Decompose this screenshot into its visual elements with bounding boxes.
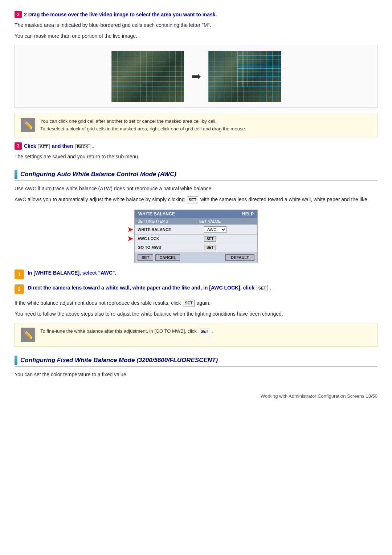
awc-step2-badge: 2: [15, 284, 24, 294]
awc-step2-text: Direct the camera lens toward a white wa…: [28, 284, 271, 292]
step3-back-button[interactable]: BACK: [75, 144, 90, 149]
row1-arrow-icon: ➤: [127, 226, 133, 234]
row2-arrow-icon: ➤: [127, 235, 133, 243]
arrow-icon: ➡: [191, 69, 201, 83]
info-icon-1: ✏️: [21, 118, 35, 132]
wb-row-white-balance: ➤ WHITE BALANCE AWC ATW MWB 3200K 5600K: [135, 224, 257, 234]
white-balance-select[interactable]: AWC ATW MWB 3200K 5600K: [204, 226, 226, 233]
awc-step1-text: In [WHITE BALANCE], select "AWC".: [28, 269, 116, 277]
section1-set-tag[interactable]: SET: [187, 197, 198, 204]
demo-image-box: ➡: [15, 45, 377, 108]
awc-body1: If the white balance adjustment does not…: [15, 299, 377, 307]
section1-bar: [15, 170, 17, 179]
step3-badge: 3: [15, 142, 22, 150]
info-icon-2: ✏️: [21, 328, 35, 342]
wb-table-header: WHITE BALANCE HELP: [135, 210, 257, 218]
section2-header: Configuring Fixed White Balance Mode (32…: [15, 356, 377, 367]
awc-lock-set-button[interactable]: SET: [204, 236, 216, 242]
info-box-2-text: To fine-tune the white balance after thi…: [40, 328, 213, 335]
awc-body2: You need to follow the above steps also …: [15, 310, 377, 318]
wb-row-awc-lock: ➤ AWC LOCK SET: [135, 234, 257, 243]
wb-col-header: SETTING ITEMS SET VALUE: [135, 218, 257, 224]
step3-body: The settings are saved and you return to…: [15, 153, 377, 161]
awc-step2: 2 Direct the camera lens toward a white …: [15, 284, 377, 294]
wb-default-button[interactable]: DEFAULT: [225, 254, 254, 261]
step3-header: 3 Click SET and then BACK .: [15, 142, 377, 150]
go-to-mwb-set-button[interactable]: SET: [204, 245, 216, 250]
step2-header: 2 2 Drag the mouse over the live video i…: [15, 11, 377, 18]
white-balance-table: WHITE BALANCE HELP SETTING ITEMS SET VAL…: [134, 210, 258, 263]
camera-view-after: [208, 51, 281, 102]
section1-title: Configuring Auto White Balance Control M…: [20, 171, 176, 178]
info2-set-tag[interactable]: SET: [199, 328, 210, 335]
info-box-1: ✏️ You can click one grid cell after ano…: [15, 113, 377, 138]
step2-body1: The masked area is indicated by blue-bor…: [15, 21, 377, 29]
wb-set-button[interactable]: SET: [138, 254, 153, 261]
section1-body1: Use AWC if auto trace white balance (ATW…: [15, 185, 377, 193]
step2-body2: You can mask more than one portion of th…: [15, 32, 377, 40]
info-box-1-text: You can click one grid cell after anothe…: [40, 118, 246, 133]
grid-overlay-before: [111, 51, 184, 102]
section2-title: Configuring Fixed White Balance Mode (32…: [20, 357, 218, 364]
step3-text: Click SET and then BACK .: [24, 143, 94, 149]
wb-row-go-to-mwb: GO TO MWB SET: [135, 243, 257, 252]
camera-view-before: [111, 51, 184, 102]
section1-body2: AWC allows you to automatically adjust t…: [15, 195, 377, 203]
info-box-2: ✏️ To fine-tune the white balance after …: [15, 323, 377, 347]
step2-badge: 2: [15, 11, 22, 18]
step3-set-button[interactable]: SET: [38, 144, 49, 149]
section2-bar: [15, 356, 17, 365]
awc-body1-set-tag[interactable]: SET: [183, 300, 194, 307]
page-number: Working with Administrator Configuration…: [15, 393, 377, 399]
section1-header: Configuring Auto White Balance Control M…: [15, 170, 377, 181]
section2-body: You can set the color temperature to a f…: [15, 370, 377, 378]
awc-step1-badge: 1: [15, 270, 24, 279]
wb-cancel-button[interactable]: CANCEL: [155, 254, 180, 261]
wb-footer: SET CANCEL DEFAULT: [135, 252, 257, 263]
awc-step1: 1 In [WHITE BALANCE], select "AWC".: [15, 269, 377, 279]
awc-step2-set-tag[interactable]: SET: [257, 285, 268, 292]
masked-area: [237, 51, 281, 87]
